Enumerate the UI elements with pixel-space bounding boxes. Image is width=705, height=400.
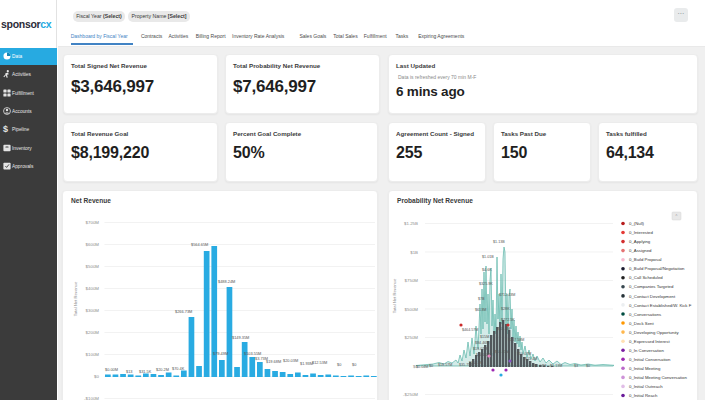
svg-text:0_Initial Meeting Conversation: 0_Initial Meeting Conversation (629, 375, 687, 380)
svg-text:0_Assigned: 0_Assigned (629, 248, 652, 253)
svg-text:$0: $0 (337, 362, 342, 367)
svg-text:$16.81M: $16.81M (495, 350, 509, 354)
svg-text:$500M: $500M (86, 264, 100, 269)
svg-text:$31.5K: $31.5K (139, 369, 152, 374)
svg-text:0_Companies Targeted: 0_Companies Targeted (629, 284, 674, 289)
svg-text:$13: $13 (126, 369, 133, 374)
svg-text:Total Net Revenue: Total Net Revenue (73, 281, 78, 316)
svg-text:$147.58M: $147.58M (508, 338, 524, 342)
svg-text:$613M: $613M (475, 308, 486, 312)
svg-text:0_Contact Development: 0_Contact Development (629, 294, 676, 299)
svg-text:$152.7K: $152.7K (469, 361, 483, 365)
svg-text:0_Initial Outreach: 0_Initial Outreach (629, 384, 663, 389)
svg-text:$1B: $1B (410, 250, 418, 255)
svg-text:$18.57M: $18.57M (438, 363, 452, 367)
svg-text:0_Conversations: 0_Conversations (629, 312, 661, 317)
svg-text:$4.6K: $4.6K (482, 268, 492, 272)
svg-text:$250M: $250M (405, 335, 419, 340)
svg-text:$712.43M: $712.43M (499, 293, 515, 297)
svg-text:0_Expressed Interest: 0_Expressed Interest (629, 339, 670, 344)
svg-text:-$100M: -$100M (84, 396, 99, 400)
svg-text:$0: $0 (94, 374, 99, 379)
svg-text:$20.03M: $20.03M (283, 358, 298, 363)
svg-text:$20.2M: $20.2M (156, 367, 169, 372)
svg-text:$488.24M: $488.24M (218, 279, 235, 284)
svg-text:Total Net Revenue: Total Net Revenue (392, 278, 397, 313)
svg-text:$70.4K: $70.4K (172, 366, 185, 371)
svg-text:0_(Null): 0_(Null) (629, 221, 645, 226)
svg-text:$750M: $750M (405, 278, 419, 283)
svg-text:$1.13B: $1.13B (493, 240, 505, 244)
svg-text:0_Developing Opportunity: 0_Developing Opportunity (629, 330, 680, 335)
svg-text:$266.73M: $266.73M (175, 309, 192, 314)
svg-text:$464.57M: $464.57M (462, 328, 478, 332)
svg-text:0_Initial Reach: 0_Initial Reach (629, 393, 658, 398)
svg-text:$10.07M: $10.07M (517, 352, 531, 356)
svg-text:$0: $0 (586, 364, 590, 368)
svg-text:$400M: $400M (86, 286, 100, 291)
svg-text:$15.3M: $15.3M (498, 327, 510, 331)
svg-text:$0: $0 (429, 364, 433, 368)
svg-text:$564.65M: $564.65M (191, 242, 208, 247)
svg-text:$772.5K: $772.5K (501, 318, 515, 322)
svg-text:0_Initial Meeting: 0_Initial Meeting (629, 366, 661, 371)
svg-text:⌃: ⌃ (675, 214, 679, 219)
svg-text:$0: $0 (352, 362, 357, 367)
svg-text:0_Deck Sent: 0_Deck Sent (629, 321, 654, 326)
svg-text:$1.01B: $1.01B (482, 255, 494, 259)
svg-text:$149.35M: $149.35M (232, 335, 249, 340)
svg-text:$0.00M: $0.00M (105, 367, 118, 372)
svg-text:0_Contact Established/W. Kick: 0_Contact Established/W. Kick F (629, 303, 692, 308)
svg-text:$600M: $600M (86, 242, 100, 247)
svg-text:$100M: $100M (86, 352, 100, 357)
svg-text:$300M: $300M (86, 308, 100, 313)
svg-text:$200M: $200M (86, 330, 100, 335)
svg-text:$15M: $15M (480, 335, 489, 339)
svg-text:$79.49M: $79.49M (213, 351, 228, 356)
svg-text:$12.53M: $12.53M (312, 360, 327, 365)
svg-text:-$250M: -$250M (403, 392, 418, 397)
svg-text:$500M: $500M (405, 307, 419, 312)
svg-text:$94.46M: $94.46M (475, 341, 489, 345)
svg-text:$28K: $28K (501, 307, 510, 311)
svg-text:0_Initial Conversation: 0_Initial Conversation (629, 357, 671, 362)
svg-text:$19.68M: $19.68M (266, 359, 281, 364)
svg-text:$6.04M: $6.04M (534, 364, 546, 368)
svg-text:0_Interested: 0_Interested (629, 230, 653, 235)
svg-text:$13.07M: $13.07M (473, 347, 487, 351)
svg-text:0_Build Proposal/Negotiation: 0_Build Proposal/Negotiation (629, 266, 685, 271)
svg-text:$15.4M: $15.4M (525, 357, 537, 361)
svg-text:$700M: $700M (86, 220, 100, 225)
svg-text:$1.25B: $1.25B (404, 221, 418, 226)
svg-text:$1.13M: $1.13M (550, 364, 562, 368)
svg-text:0_Build Proposal: 0_Build Proposal (629, 257, 662, 262)
svg-text:$0.04M: $0.04M (416, 365, 428, 369)
svg-text:0_Call Scheduled: 0_Call Scheduled (629, 275, 663, 280)
svg-text:$325.9K: $325.9K (479, 282, 493, 286)
svg-text:$7B: $7B (478, 297, 485, 301)
svg-text:0_Applying: 0_Applying (629, 239, 651, 244)
svg-text:$3: $3 (574, 364, 578, 368)
svg-text:0_In Conversation: 0_In Conversation (629, 348, 664, 353)
